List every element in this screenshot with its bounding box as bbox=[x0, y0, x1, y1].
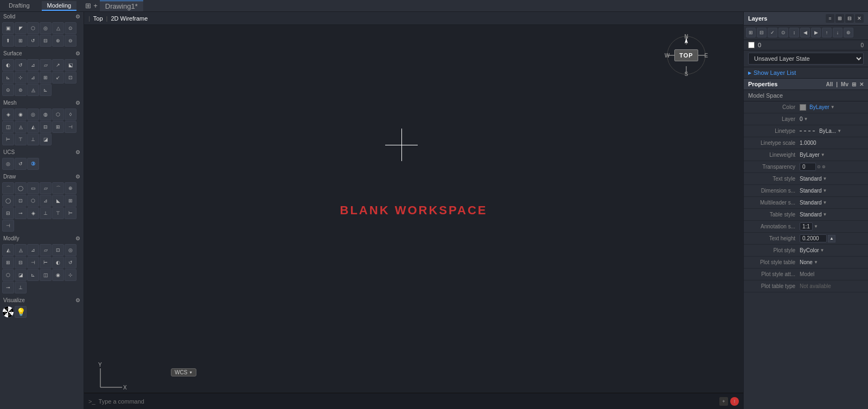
prop-value-transparency[interactable]: 0 ⊙ ⊚ bbox=[800, 163, 826, 171]
tool-mod6[interactable]: ◎ bbox=[65, 244, 76, 256]
tool-m15[interactable]: ⊥ bbox=[27, 133, 39, 145]
tool-s1[interactable]: ◐ bbox=[2, 59, 14, 71]
linetype-dropdown-arrow[interactable]: ▼ bbox=[837, 129, 841, 133]
tool-mod4[interactable]: ▱ bbox=[40, 244, 52, 256]
tool-s13[interactable]: ⊝ bbox=[2, 84, 14, 96]
tool-d1[interactable]: ⌒ bbox=[2, 182, 14, 194]
viewport[interactable]: | Top | 2D Wireframe BLANK WORKSPACE N bbox=[84, 12, 743, 409]
section-solid-gear[interactable]: ⚙ bbox=[75, 14, 80, 20]
viewport-view-label[interactable]: Top bbox=[93, 15, 103, 22]
tool-d13[interactable]: ⊟ bbox=[2, 207, 14, 219]
transparency-icon1[interactable]: ⊙ bbox=[817, 164, 821, 169]
tool-m2[interactable]: ◉ bbox=[15, 108, 27, 120]
layer-tool-4[interactable]: ⊙ bbox=[778, 28, 788, 37]
tool-s2[interactable]: ↺ bbox=[15, 59, 27, 71]
tool-mod3[interactable]: ⊿ bbox=[27, 244, 39, 256]
tool-mod9[interactable]: ⊣ bbox=[27, 257, 39, 269]
layer-state-select[interactable]: Unsaved Layer State bbox=[748, 53, 864, 65]
prop-mv-label[interactable]: Mv bbox=[841, 81, 848, 87]
multileader-style-arrow[interactable]: ▼ bbox=[823, 200, 827, 205]
tool-ucs2[interactable]: ↺ bbox=[15, 158, 27, 170]
tool-mod16[interactable]: ◫ bbox=[40, 269, 52, 281]
tab-modeling[interactable]: Modeling bbox=[42, 1, 77, 11]
prop-value-lineweight[interactable]: ByLayer ▼ bbox=[800, 152, 825, 158]
text-height-value[interactable]: 0.2000 bbox=[800, 234, 827, 242]
tool-m5[interactable]: ⬡ bbox=[52, 108, 64, 120]
layers-icon-2[interactable]: ⊞ bbox=[835, 14, 844, 23]
tool-d8[interactable]: ⊡ bbox=[15, 195, 27, 207]
color-dropdown-arrow[interactable]: ▼ bbox=[831, 105, 835, 110]
tool-d6[interactable]: ⊕ bbox=[65, 182, 76, 194]
section-mesh-header[interactable]: Mesh ⚙ bbox=[0, 98, 84, 107]
command-input[interactable] bbox=[99, 398, 716, 405]
tool-torus[interactable]: ⊙ bbox=[65, 22, 76, 34]
tool-mod8[interactable]: ⊟ bbox=[15, 257, 27, 269]
tool-sphere[interactable]: ◎ bbox=[40, 22, 52, 34]
grid-icon[interactable]: ⊞ bbox=[85, 2, 91, 10]
tool-mod15[interactable]: ⊾ bbox=[27, 269, 39, 281]
tool-d3[interactable]: ▭ bbox=[27, 182, 39, 194]
tool-d2[interactable]: ◯ bbox=[15, 182, 27, 194]
tool-s16[interactable]: ⊾ bbox=[40, 84, 52, 96]
tool-s11[interactable]: ↙ bbox=[52, 72, 64, 84]
transparency-value[interactable]: 0 bbox=[800, 163, 816, 171]
layers-icon-1[interactable]: ≡ bbox=[826, 14, 834, 23]
tool-mod13[interactable]: ⬡ bbox=[2, 269, 14, 281]
tool-s12[interactable]: ⊡ bbox=[65, 72, 76, 84]
layer-tool-2[interactable]: ⊟ bbox=[757, 28, 767, 37]
layer-tool-1[interactable]: ⊞ bbox=[746, 28, 756, 37]
wcs-badge[interactable]: WCS ▼ bbox=[171, 368, 196, 376]
tool-d5[interactable]: ⌒ bbox=[52, 182, 64, 194]
layer-tool-5[interactable]: ↕ bbox=[789, 28, 799, 37]
tool-m12[interactable]: ⊣ bbox=[65, 121, 76, 133]
section-ucs-gear[interactable]: ⚙ bbox=[75, 149, 80, 155]
tool-ucs1[interactable]: ◎ bbox=[2, 158, 14, 170]
section-draw-header[interactable]: Draw ⚙ bbox=[0, 172, 84, 181]
section-modify-header[interactable]: Modify ⚙ bbox=[0, 234, 84, 243]
text-style-dropdown-arrow[interactable]: ▼ bbox=[823, 176, 827, 181]
tool-m4[interactable]: ◍ bbox=[40, 108, 52, 120]
tool-wedge[interactable]: ◤ bbox=[15, 22, 27, 34]
tool-box[interactable]: ▣ bbox=[2, 22, 14, 34]
tool-d4[interactable]: ▱ bbox=[40, 182, 52, 194]
add-tab-icon[interactable]: + bbox=[93, 2, 98, 10]
tool-extrude[interactable]: ⬆ bbox=[2, 35, 14, 47]
section-surface-gear[interactable]: ⚙ bbox=[75, 50, 80, 56]
layers-icon-4[interactable]: ✕ bbox=[855, 14, 864, 23]
tool-m1[interactable]: ◈ bbox=[2, 108, 14, 120]
tool-s9[interactable]: ⊿ bbox=[27, 72, 39, 84]
tool-d16[interactable]: ⊥ bbox=[40, 207, 52, 219]
tool-mod18[interactable]: ⊹ bbox=[65, 269, 76, 281]
section-mesh-gear[interactable]: ⚙ bbox=[75, 100, 80, 106]
layer-dropdown-arrow[interactable]: ▼ bbox=[804, 117, 808, 122]
tool-s3[interactable]: ⊿ bbox=[27, 59, 39, 71]
tool-s8[interactable]: ⊹ bbox=[15, 72, 27, 84]
prop-value-annotation-scale[interactable]: 1:1 ▼ bbox=[800, 222, 818, 231]
tool-s15[interactable]: ◬ bbox=[27, 84, 39, 96]
tool-d14[interactable]: ⊸ bbox=[15, 207, 27, 219]
tool-d10[interactable]: ⊿ bbox=[40, 195, 52, 207]
tool-d7[interactable]: ◯ bbox=[2, 195, 14, 207]
tool-vis2[interactable]: 💡 bbox=[15, 306, 27, 318]
layer-tool-10[interactable]: ⊚ bbox=[844, 28, 853, 37]
transparency-icon2[interactable]: ⊚ bbox=[822, 164, 826, 169]
tool-m11[interactable]: ⊞ bbox=[52, 121, 64, 133]
annotation-scale-value[interactable]: 1:1 bbox=[800, 222, 813, 231]
prop-all-label[interactable]: All bbox=[826, 81, 833, 87]
prop-value-table-style[interactable]: Standard ▼ bbox=[800, 212, 827, 218]
tool-mod12[interactable]: ↺ bbox=[65, 257, 76, 269]
table-style-arrow[interactable]: ▼ bbox=[823, 212, 827, 217]
tool-s7[interactable]: ⊾ bbox=[2, 72, 14, 84]
tool-m16[interactable]: ◪ bbox=[40, 133, 52, 145]
show-layer-list[interactable]: ▶ Show Layer List bbox=[744, 67, 868, 79]
layer-tool-9[interactable]: ↓ bbox=[833, 28, 843, 37]
tool-mod11[interactable]: ◐ bbox=[52, 257, 64, 269]
viewport-wireframe-label[interactable]: 2D Wireframe bbox=[111, 15, 148, 22]
text-height-stepper-up[interactable]: ▲ bbox=[828, 235, 835, 242]
tool-m14[interactable]: ⊤ bbox=[15, 133, 27, 145]
dimension-style-arrow[interactable]: ▼ bbox=[823, 188, 827, 193]
tool-s10[interactable]: ⊞ bbox=[40, 72, 52, 84]
tool-mod17[interactable]: ◉ bbox=[52, 269, 64, 281]
tab-drafting[interactable]: Drafting bbox=[3, 1, 35, 11]
prop-value-dimension-style[interactable]: Standard ▼ bbox=[800, 188, 827, 194]
